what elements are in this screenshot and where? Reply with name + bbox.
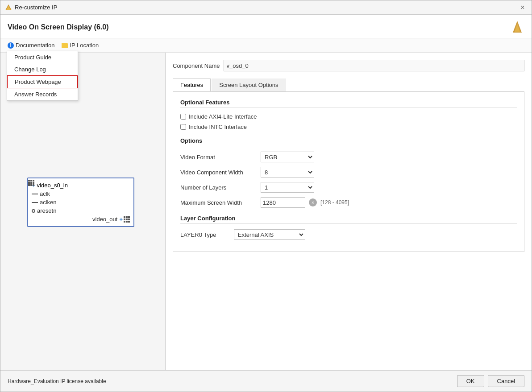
maximum-screen-width-input[interactable] (261, 197, 305, 208)
number-of-layers-label: Number of Layers (180, 184, 261, 191)
documentation-menu[interactable]: i Documentation (8, 40, 54, 50)
component-block: + video_s0_in aclk aclken aresetn (27, 177, 134, 227)
content-area: Video On Screen Display (6.0) i Document… (0, 15, 532, 392)
port-diamond-aresetn (32, 209, 35, 213)
main-area: + video_s0_in aclk aclken aresetn (0, 53, 532, 370)
video-component-width-label: Video Component Width (180, 169, 261, 176)
component-name-input[interactable] (224, 60, 525, 71)
number-of-layers-select[interactable]: 1 2 3 4 8 (261, 182, 314, 193)
intc-checkbox[interactable] (180, 124, 186, 130)
component-name-row: Component Name (173, 60, 524, 71)
footer-status: Hardware_Evaluation IP license available (8, 378, 106, 384)
port-aresetn-label: aresetn (37, 207, 56, 214)
documentation-dropdown: Product Guide Change Log Product Webpage… (7, 51, 78, 101)
video-format-row: Video Format RGB YUV444 YUV422 YUV420 (180, 152, 517, 162)
ok-button[interactable]: OK (457, 375, 484, 387)
info-icon: i (8, 42, 14, 49)
port-aclk-label: aclk (40, 190, 50, 197)
options-section: Options Video Format RGB YUV444 YUV422 Y… (180, 137, 517, 208)
documentation-label: Documentation (16, 42, 54, 49)
window-icon (5, 4, 12, 11)
title-bar-left: Re-customize IP (5, 4, 57, 11)
layer-config-title: Layer Configuration (180, 215, 517, 224)
maximum-screen-width-label: Maximum Screen Width (180, 199, 261, 206)
title-bar-title: Re-customize IP (15, 4, 57, 11)
component-name-label: Component Name (173, 62, 220, 69)
port-aclken-label: aclken (40, 199, 57, 206)
title-bar: Re-customize IP × (0, 0, 532, 15)
checkbox-axi4lite: Include AXI4-Lite Interface (180, 113, 517, 120)
component-header: + video_s0_in (28, 181, 133, 190)
intc-label: Include INTC Interface (189, 124, 247, 130)
layer-configuration-section: Layer Configuration LAYER0 Type External… (180, 215, 517, 240)
main-window: Re-customize IP × Video On Screen Displa… (0, 0, 532, 392)
close-button[interactable]: × (518, 3, 527, 12)
left-grid-icon (28, 180, 34, 186)
checkbox-intc: Include INTC Interface (180, 124, 517, 130)
ip-location-item[interactable]: IP Location (62, 40, 99, 50)
port-aresetn: aresetn (28, 206, 133, 215)
port-video-out-label: video_out (92, 216, 117, 223)
footer-buttons: OK Cancel (457, 375, 524, 387)
toolbar: i Documentation IP Location Product Guid… (0, 38, 532, 53)
folder-icon (62, 43, 68, 48)
video-component-width-select[interactable]: 8 10 12 16 (261, 167, 314, 177)
right-panel: Component Name Features Screen Layout Op… (166, 53, 532, 370)
port-aclken: aclken (28, 198, 133, 206)
video-format-label: Video Format (180, 154, 261, 161)
component-name-display: video_s0_in (37, 182, 68, 189)
tab-features[interactable]: Features (173, 78, 211, 91)
xilinx-logo (510, 20, 524, 34)
port-line-aclk (32, 194, 38, 194)
video-format-select[interactable]: RGB YUV444 YUV422 YUV420 (261, 152, 314, 162)
port-aclk: aclk (28, 190, 133, 198)
cancel-button[interactable]: Cancel (488, 375, 524, 387)
number-of-layers-row: Number of Layers 1 2 3 4 8 (180, 182, 517, 193)
clear-input-button[interactable]: × (309, 198, 317, 206)
layer0-type-select[interactable]: External AXIS Internal Logo (234, 229, 305, 240)
header-section: Video On Screen Display (6.0) (0, 15, 532, 38)
maximum-screen-width-input-group: × [128 - 4095] (261, 197, 349, 208)
tabs: Features Screen Layout Options (173, 78, 524, 92)
port-line-aclken (32, 202, 38, 203)
optional-features-title: Optional Features (180, 99, 517, 108)
grid-icon (124, 216, 130, 223)
tab-screen-layout[interactable]: Screen Layout Options (212, 78, 286, 91)
change-log-item[interactable]: Change Log (7, 63, 78, 75)
product-guide-item[interactable]: Product Guide (7, 51, 78, 63)
footer: Hardware_Evaluation IP license available… (0, 370, 532, 392)
ip-location-label: IP Location (70, 42, 99, 49)
product-webpage-item[interactable]: Product Webpage (7, 75, 78, 88)
header-title: Video On Screen Display (6.0) (8, 23, 108, 31)
axi4lite-label: Include AXI4-Lite Interface (189, 113, 257, 120)
video-component-width-row: Video Component Width 8 10 12 16 (180, 167, 517, 177)
layer0-type-row: LAYER0 Type External AXIS Internal Logo (180, 229, 517, 240)
port-plus-icon: + (119, 216, 123, 223)
tab-content: Optional Features Include AXI4-Lite Inte… (173, 92, 524, 252)
answer-records-item[interactable]: Answer Records (7, 88, 78, 100)
layer0-type-label: LAYER0 Type (180, 231, 234, 238)
port-video-out: video_out + (28, 215, 133, 223)
options-title: Options (180, 137, 517, 146)
screen-width-range: [128 - 4095] (320, 199, 349, 206)
maximum-screen-width-row: Maximum Screen Width × [128 - 4095] (180, 197, 517, 208)
axi4lite-checkbox[interactable] (180, 114, 186, 120)
